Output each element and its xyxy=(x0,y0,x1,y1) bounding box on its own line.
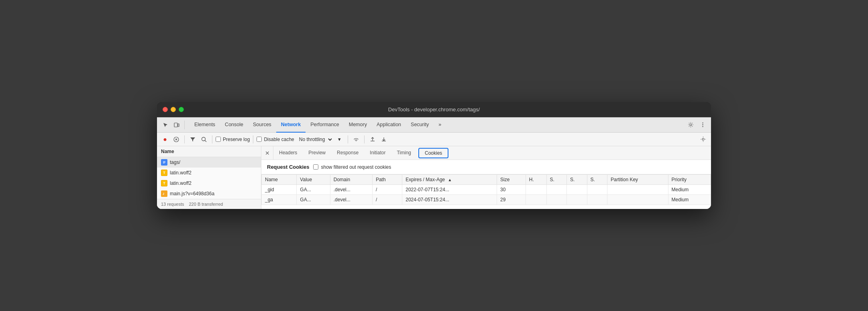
tab-application[interactable]: Application xyxy=(372,117,406,133)
cell-s1 xyxy=(546,195,567,205)
col-size[interactable]: Size xyxy=(497,175,526,185)
main-tabs-bar: Elements Console Sources Network Perform… xyxy=(157,117,711,133)
show-filtered-text: show filtered out request cookies xyxy=(321,164,391,170)
disable-cache-checkbox[interactable] xyxy=(257,137,262,142)
titlebar: DevTools - developer.chrome.com/tags/ xyxy=(157,102,711,117)
col-h[interactable]: H. xyxy=(526,175,546,185)
col-value[interactable]: Value xyxy=(297,175,330,185)
req-tab-timing[interactable]: Timing xyxy=(391,146,417,160)
font-icon-2: T xyxy=(161,180,167,186)
show-filtered-label[interactable]: show filtered out request cookies xyxy=(313,164,391,170)
col-partition-key[interactable]: Partition Key xyxy=(607,175,668,185)
req-tab-headers[interactable]: Headers xyxy=(273,146,303,160)
tab-network[interactable]: Network xyxy=(276,117,306,133)
col-domain[interactable]: Domain xyxy=(330,175,372,185)
svg-rect-0 xyxy=(174,123,177,127)
toolbar-divider-4 xyxy=(348,135,348,143)
cell-path: / xyxy=(372,185,402,195)
close-button[interactable] xyxy=(163,107,168,112)
toolbar-divider-3 xyxy=(253,135,253,143)
stop-recording-icon[interactable] xyxy=(171,135,181,144)
minimize-button[interactable] xyxy=(171,107,176,112)
upload-icon[interactable] xyxy=(368,135,377,144)
cursor-icon[interactable] xyxy=(160,120,171,130)
file-name-tags: tags/ xyxy=(170,160,180,165)
right-panel: ✕ Headers Preview Response Initiator Tim… xyxy=(261,146,711,209)
settings-gear-icon[interactable] xyxy=(685,120,696,130)
col-s3[interactable]: S. xyxy=(587,175,607,185)
font-icon-1: T xyxy=(161,170,167,176)
col-path[interactable]: Path xyxy=(372,175,402,185)
request-count: 13 requests xyxy=(161,202,184,207)
req-tab-cookies[interactable]: Cookies xyxy=(418,148,448,158)
more-options-icon[interactable] xyxy=(697,120,708,130)
tab-performance[interactable]: Performance xyxy=(306,117,344,133)
table-row[interactable]: _gidGA....devel.../2022-07-07T15:24...30… xyxy=(262,185,711,195)
req-tab-initiator[interactable]: Initiator xyxy=(364,146,391,160)
tab-more[interactable]: » xyxy=(434,117,446,133)
left-header: Name xyxy=(157,146,261,157)
request-tabs: ✕ Headers Preview Response Initiator Tim… xyxy=(261,146,711,160)
svg-point-2 xyxy=(690,124,692,126)
cell-size: 29 xyxy=(497,195,526,205)
throttle-dropdown-icon[interactable]: ▾ xyxy=(335,135,344,144)
search-icon[interactable] xyxy=(199,135,209,144)
cell-name: _gid xyxy=(262,185,297,195)
req-tab-response[interactable]: Response xyxy=(331,146,364,160)
file-name-mainjs: main.js?v=6498d36a xyxy=(170,191,214,196)
cell-value: GA... xyxy=(297,185,330,195)
left-status: 13 requests 220 B transferred xyxy=(157,199,261,209)
cookies-table: Name Value Domain Path Expires / Max-Age… xyxy=(261,174,711,205)
cell-h xyxy=(526,185,546,195)
file-item-latin2[interactable]: T latin.woff2 xyxy=(157,178,261,188)
cell-partition_key xyxy=(607,195,668,205)
cell-path: / xyxy=(372,195,402,205)
table-row[interactable]: _gaGA....devel.../2024-07-05T15:24...29M… xyxy=(262,195,711,205)
col-priority[interactable]: Priority xyxy=(668,175,711,185)
tab-memory[interactable]: Memory xyxy=(344,117,372,133)
device-toggle-icon[interactable] xyxy=(171,120,182,130)
devtools-body: Elements Console Sources Network Perform… xyxy=(157,117,711,209)
svg-text:J: J xyxy=(163,192,164,195)
tab-sources[interactable]: Sources xyxy=(248,117,276,133)
cell-partition_key xyxy=(607,185,668,195)
col-name[interactable]: Name xyxy=(262,175,297,185)
traffic-lights xyxy=(163,107,184,112)
cell-expires: 2022-07-07T15:24... xyxy=(402,185,497,195)
preserve-log-checkbox[interactable] xyxy=(216,137,221,142)
file-item-tags[interactable]: tags/ xyxy=(157,157,261,168)
col-expires[interactable]: Expires / Max-Age ▲ xyxy=(402,175,497,185)
tab-elements[interactable]: Elements xyxy=(189,117,220,133)
record-button[interactable]: ● xyxy=(160,135,170,144)
html-icon xyxy=(161,159,167,166)
wifi-icon[interactable] xyxy=(351,135,361,144)
maximize-button[interactable] xyxy=(179,107,184,112)
preserve-log-label[interactable]: Preserve log xyxy=(216,137,250,142)
tab-security[interactable]: Security xyxy=(406,117,434,133)
disable-cache-label[interactable]: Disable cache xyxy=(257,137,294,142)
tab-console[interactable]: Console xyxy=(220,117,248,133)
col-s2[interactable]: S. xyxy=(567,175,587,185)
network-toolbar: ● Preserve log Disable cache No t xyxy=(157,133,711,146)
toolbar-divider-1 xyxy=(184,135,185,143)
close-detail-button[interactable]: ✕ xyxy=(261,146,273,160)
download-icon[interactable] xyxy=(379,135,389,144)
svg-point-4 xyxy=(702,124,703,125)
file-item-mainjs[interactable]: J main.js?v=6498d36a xyxy=(157,188,261,199)
transferred-size: 220 B transferred xyxy=(189,202,223,207)
cookies-header-row: Request Cookies show filtered out reques… xyxy=(261,160,711,174)
cell-domain: .devel... xyxy=(330,195,372,205)
toolbar-divider xyxy=(184,121,185,129)
cell-s1 xyxy=(546,185,567,195)
filter-icon[interactable] xyxy=(188,135,198,144)
cell-s2 xyxy=(567,195,587,205)
settings-icon-right[interactable] xyxy=(698,135,708,144)
req-tab-preview[interactable]: Preview xyxy=(303,146,331,160)
toolbar-divider-2 xyxy=(212,135,212,143)
show-filtered-checkbox[interactable] xyxy=(313,164,318,170)
throttle-select[interactable]: No throttling xyxy=(296,135,333,143)
cell-s3 xyxy=(587,185,607,195)
file-name-latin2: latin.woff2 xyxy=(170,180,192,186)
col-s1[interactable]: S. xyxy=(546,175,567,185)
file-item-latin1[interactable]: T latin.woff2 xyxy=(157,168,261,178)
